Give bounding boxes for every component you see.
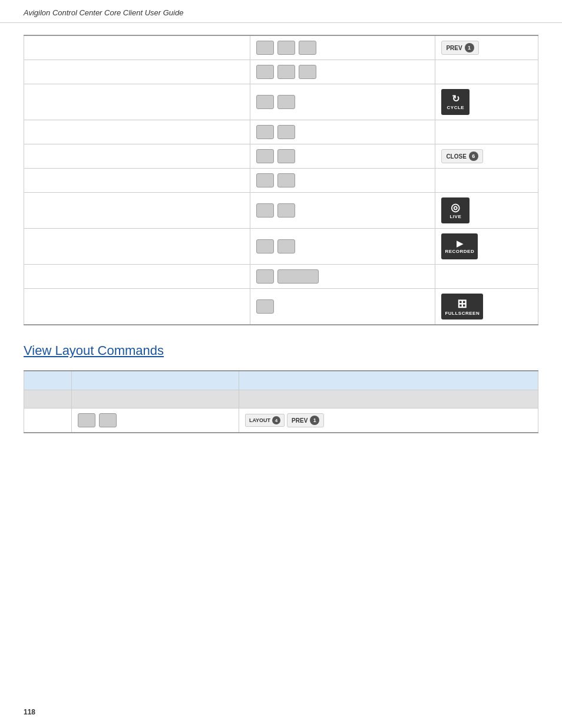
- key-item: [99, 413, 117, 427]
- key-item: [256, 239, 274, 253]
- page-header: Avigilon Control Center Core Client User…: [0, 0, 562, 23]
- layout-badge: 4: [272, 416, 280, 424]
- close-button: CLOSE 6: [441, 149, 482, 163]
- row-button-cell: CLOSE 6: [435, 144, 538, 169]
- prev-badge: 1: [465, 43, 474, 52]
- table-row: CLOSE 6: [24, 144, 538, 169]
- row-keys: [250, 169, 435, 193]
- row-description: [24, 120, 250, 144]
- live-button: ◎ LIVE: [441, 197, 470, 223]
- layout-row-button-cell: LAYOUT 4 PREV 1: [239, 409, 538, 433]
- key-combination: [256, 149, 429, 163]
- recorded-button: ▶ RECORDED: [441, 233, 478, 259]
- subheader-col2: [71, 390, 239, 409]
- row-button-cell: [435, 169, 538, 193]
- key-item: [277, 203, 295, 218]
- row-keys: [250, 35, 435, 60]
- commands-table: PREV 1: [24, 35, 538, 325]
- row-description: [24, 35, 250, 60]
- recorded-icon: ▶: [457, 239, 463, 248]
- row-description: [24, 144, 250, 169]
- row-keys: [250, 144, 435, 169]
- row-button-cell: PREV 1: [435, 35, 538, 60]
- key-item: [256, 65, 274, 79]
- header-col1: [24, 371, 72, 390]
- key-item: [256, 125, 274, 139]
- row-keys: [250, 265, 435, 289]
- fullscreen-label: FULLSCREEN: [445, 311, 480, 316]
- row-description: [24, 60, 250, 84]
- row-description: [24, 84, 250, 120]
- table-row: ◎ LIVE: [24, 193, 538, 229]
- header-col3: [239, 371, 538, 390]
- row-description: [24, 229, 250, 265]
- key-item: [277, 269, 319, 284]
- table-row: [24, 120, 538, 144]
- prev-button-layout: PREV 1: [287, 413, 324, 427]
- key-combination: [256, 269, 429, 284]
- row-keys: [250, 193, 435, 229]
- key-item: [277, 125, 295, 139]
- key-combination: [256, 65, 429, 79]
- layout-row-description: [24, 409, 72, 433]
- row-button-cell: [435, 120, 538, 144]
- prev-badge-layout: 1: [310, 416, 319, 425]
- cycle-button: ↻ CYCLE: [441, 89, 470, 115]
- section-heading: View Layout Commands: [24, 343, 538, 358]
- row-description: [24, 193, 250, 229]
- page-number: 118: [24, 708, 35, 716]
- close-label: CLOSE: [446, 153, 466, 160]
- key-item: [277, 149, 295, 163]
- row-keys: [250, 84, 435, 120]
- row-description: [24, 169, 250, 193]
- layout-button: LAYOUT 4: [245, 414, 285, 427]
- live-icon: ◎: [451, 202, 460, 213]
- layout-table-header: [24, 371, 538, 390]
- table-row: [24, 169, 538, 193]
- key-item: [277, 41, 295, 55]
- row-description: [24, 289, 250, 325]
- layout-label: LAYOUT: [249, 417, 270, 423]
- key-combination: [256, 41, 429, 55]
- key-combination: [256, 239, 429, 253]
- row-description: [24, 265, 250, 289]
- key-item: [256, 41, 274, 55]
- row-keys: [250, 120, 435, 144]
- key-combination: [256, 299, 429, 314]
- row-keys: [250, 60, 435, 84]
- table-row: [24, 265, 538, 289]
- prev-label: PREV: [446, 45, 462, 51]
- layout-table-subheader: [24, 390, 538, 409]
- key-item: [277, 95, 295, 109]
- key-combination: [256, 203, 429, 218]
- key-item: [277, 239, 295, 253]
- prev-label-layout: PREV: [292, 417, 308, 424]
- key-item: [299, 65, 316, 79]
- key-item: [299, 41, 316, 55]
- key-item: [256, 203, 274, 218]
- key-item: [256, 299, 274, 314]
- cycle-label: CYCLE: [447, 105, 465, 110]
- table-row: PREV 1: [24, 35, 538, 60]
- fullscreen-icon: ⊞: [457, 298, 467, 309]
- row-button-cell: [435, 265, 538, 289]
- table-row: ↻ CYCLE: [24, 84, 538, 120]
- layout-key-combination: [78, 413, 233, 427]
- close-badge: 6: [469, 151, 478, 161]
- row-button-cell: ↻ CYCLE: [435, 84, 538, 120]
- subheader-col3: [239, 390, 538, 409]
- header-title: Avigilon Control Center Core Client User…: [24, 8, 183, 17]
- recorded-label: RECORDED: [445, 249, 474, 254]
- subheader-col1: [24, 390, 72, 409]
- layout-table-row: LAYOUT 4 PREV 1: [24, 409, 538, 433]
- table-row: [24, 60, 538, 84]
- live-label: LIVE: [449, 214, 461, 219]
- key-combination: [256, 95, 429, 109]
- prev-button: PREV 1: [441, 41, 478, 55]
- fullscreen-button: ⊞ FULLSCREEN: [441, 294, 483, 319]
- key-item: [256, 149, 274, 163]
- row-keys: [250, 229, 435, 265]
- table-row: ⊞ FULLSCREEN: [24, 289, 538, 325]
- key-item: [256, 173, 274, 187]
- key-item: [78, 413, 95, 427]
